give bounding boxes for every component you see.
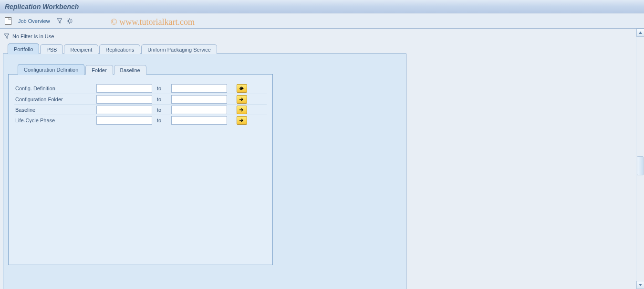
life-cycle-phase-to-input[interactable] — [171, 116, 227, 125]
scrollbar-track[interactable] — [636, 37, 644, 281]
tab-folder[interactable]: Folder — [85, 65, 113, 75]
to-label: to — [152, 107, 171, 113]
document-icon[interactable] — [5, 17, 11, 25]
main-tabstrip: Portfolio PSB Recipient Replications Uni… — [8, 43, 641, 54]
multi-select-button[interactable] — [237, 116, 247, 125]
row-config-definition: Config. Definition to — [14, 83, 267, 94]
settings-icon[interactable] — [66, 18, 73, 24]
label-configuration-folder: Configuration Folder — [14, 96, 96, 102]
inner-wrap: Configuration Definition Folder Baseline… — [8, 64, 401, 265]
tab-baseline[interactable]: Baseline — [114, 65, 146, 75]
configuration-folder-to-input[interactable] — [171, 95, 227, 104]
tab-recipient[interactable]: Recipient — [64, 44, 98, 54]
config-definition-from-input[interactable] — [96, 84, 152, 93]
to-label: to — [152, 118, 171, 123]
tab-config-definition[interactable]: Configuration Definition — [18, 64, 84, 75]
life-cycle-phase-from-input[interactable] — [96, 116, 152, 125]
tab-uniform-packaging-service[interactable]: Uniform Packaging Service — [141, 44, 217, 54]
svg-line-8 — [71, 19, 71, 19]
baseline-to-input[interactable] — [171, 106, 227, 114]
filter-status-icon[interactable] — [4, 33, 10, 39]
title-bar: Replication Workbench — [0, 0, 644, 13]
main-tab-panel: Configuration Definition Folder Baseline… — [3, 54, 406, 289]
label-life-cycle-phase: Life-Cycle Phase — [14, 118, 96, 123]
filter-status-line: No Filter Is in Use — [3, 33, 641, 39]
multi-select-button[interactable] — [237, 84, 247, 93]
job-overview-link[interactable]: Job Overview — [15, 18, 53, 24]
toolbar: Job Overview — [0, 13, 644, 29]
config-definition-to-input[interactable] — [171, 84, 227, 93]
row-configuration-folder: Configuration Folder to — [14, 94, 267, 104]
filter-status-text: No Filter Is in Use — [12, 33, 54, 39]
page-title: Replication Workbench — [5, 3, 79, 11]
vertical-scrollbar[interactable] — [636, 29, 644, 289]
baseline-from-input[interactable] — [96, 106, 152, 114]
inner-tab-panel: Config. Definition to Configuration Fold… — [8, 74, 273, 265]
scrollbar-thumb[interactable] — [637, 156, 644, 175]
inner-tabstrip: Configuration Definition Folder Baseline — [18, 64, 401, 75]
tab-portfolio[interactable]: Portfolio — [8, 43, 39, 54]
configuration-folder-from-input[interactable] — [96, 95, 152, 104]
svg-line-6 — [71, 22, 71, 22]
label-config-definition: Config. Definition — [14, 86, 96, 91]
tab-psb[interactable]: PSB — [40, 44, 63, 54]
svg-line-5 — [67, 19, 68, 19]
label-baseline: Baseline — [14, 107, 96, 113]
filter-icon[interactable] — [57, 18, 62, 24]
to-label: to — [152, 96, 171, 102]
to-label: to — [152, 86, 171, 91]
tab-replications[interactable]: Replications — [99, 44, 140, 54]
scroll-down-button[interactable] — [636, 281, 644, 289]
multi-select-button[interactable] — [237, 106, 247, 114]
content-area: No Filter Is in Use Portfolio PSB Recipi… — [0, 29, 644, 289]
row-baseline: Baseline to — [14, 104, 267, 115]
svg-point-0 — [68, 20, 71, 22]
row-life-cycle-phase: Life-Cycle Phase to — [14, 115, 267, 125]
svg-line-7 — [67, 22, 68, 22]
multi-select-button[interactable] — [237, 95, 247, 104]
scroll-up-button[interactable] — [636, 29, 644, 37]
